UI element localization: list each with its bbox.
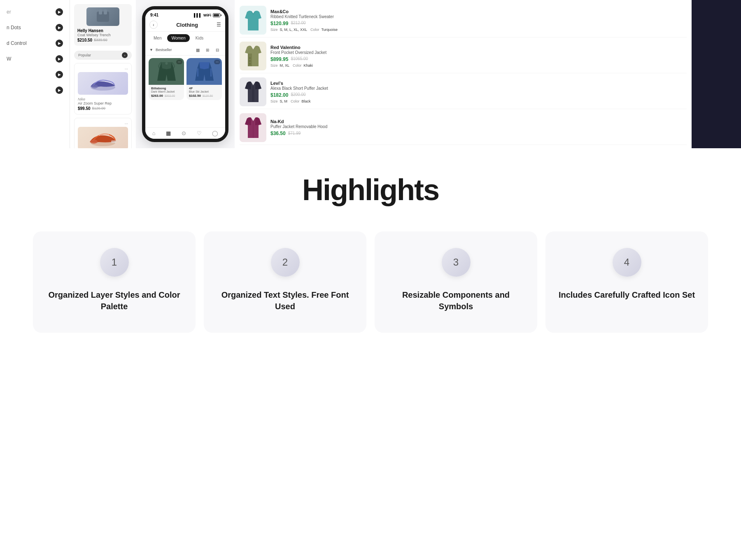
highlight-card-2: 2 Organized Text Styles. Free Font Used (204, 231, 366, 333)
nav-label-2: n Dots (7, 25, 21, 30)
cart-nav-icon[interactable]: ⊙ (182, 130, 186, 136)
product-card-nike-air[interactable]: ··· Nike Air Zoom Super Rep $99.50 $120.… (74, 63, 132, 114)
shop-nav-icon[interactable]: ▦ (166, 130, 171, 136)
filter-down-icon: ▼ (149, 48, 153, 52)
product-card-helly[interactable]: Helly Hansen Coat Welsey Trench $210.50 … (74, 4, 132, 46)
levis-price: $182.00 (270, 92, 288, 98)
far-right-panel (692, 0, 741, 148)
helly-brand: Helly Hansen (77, 28, 128, 33)
filter-label[interactable]: Bestseller (156, 48, 172, 52)
highlights-grid: 1 Organized Layer Styles and Color Palet… (33, 231, 708, 333)
nakd-price: $36.50 (270, 131, 286, 136)
nav-label-3: d Control (7, 40, 27, 46)
levis-jacket-icon (243, 79, 263, 104)
nav-item-1[interactable]: er ▶ (0, 4, 70, 20)
battery-icon (213, 13, 220, 17)
highlight-card-1: 1 Organized Layer Styles and Color Palet… (33, 231, 196, 333)
nav-item-5[interactable]: ▶ (0, 67, 70, 82)
svg-point-14 (249, 63, 251, 65)
nav-item-3[interactable]: d Control ▶ (0, 35, 70, 51)
billabong-price: $263.00 (151, 94, 163, 98)
phone-title: Clothing (176, 22, 198, 28)
nakd-jacket-icon (243, 115, 263, 140)
tab-kids[interactable]: Kids (191, 34, 207, 42)
menu-icon[interactable]: ☰ (217, 22, 221, 28)
nav-arrow-6[interactable]: ▶ (56, 86, 63, 94)
nav-item-6[interactable]: ▶ (0, 82, 70, 98)
phone-products-grid: ··· Billabong Dark Warm Jacket $263.00 $ (145, 56, 225, 103)
phone-nav-bar: ⌂ ▦ ⊙ ♡ ◯ (145, 127, 225, 139)
nav-arrow-5[interactable]: ▶ (56, 71, 63, 78)
phone-status-bar: 9:41 ▌▌▌ WiFi (145, 9, 225, 19)
svg-point-8 (165, 62, 168, 65)
maxco-name: Ribbed Knitted Turtleneck Sweater (270, 14, 687, 19)
svg-point-12 (249, 57, 251, 59)
nike-air-price: $99.50 (78, 106, 91, 111)
wishlist-nav-icon[interactable]: ♡ (197, 130, 202, 136)
tab-men[interactable]: Men (149, 34, 165, 42)
list-item-valentino[interactable]: Red Valentino Front Pocket Oversized Jac… (240, 39, 687, 73)
grid-icon[interactable]: ⊟ (214, 46, 221, 54)
back-button[interactable]: ‹ (149, 21, 158, 29)
phone-mockup: 9:41 ▌▌▌ WiFi ‹ Clothing ☰ Men Women Kid… (142, 6, 228, 142)
phone-tabs: Men Women Kids (145, 32, 225, 44)
nakd-img (240, 113, 266, 142)
billabong-old-price: $302.00 (165, 94, 175, 97)
4f-old-price: $120.50 (203, 94, 213, 97)
helly-price: $210.50 (77, 38, 92, 42)
highlights-title: Highlights (33, 173, 708, 207)
levis-img (240, 77, 266, 106)
maxco-price: $120.99 (270, 21, 288, 26)
nav-arrow-1[interactable]: ▶ (56, 8, 63, 16)
bottom-padding (0, 366, 741, 448)
top-section: er ▶ n Dots ▶ d Control ▶ W ▶ ▶ ▶ (0, 0, 741, 148)
product-card-nike-zreak[interactable]: ··· ke oom Zreak Rising Stars $130.00 $1… (74, 118, 132, 148)
highlight-number-2: 2 (271, 248, 300, 277)
sliders-icon[interactable]: ⊞ (204, 46, 211, 54)
4f-dots-menu[interactable]: ··· (214, 60, 220, 64)
valentino-sizes: Size M, XL (270, 63, 289, 68)
nav-arrow-3[interactable]: ▶ (56, 40, 63, 47)
highlights-section: Highlights 1 Organized Layer Styles and … (0, 148, 741, 366)
popular-button[interactable]: Popular › (74, 51, 132, 60)
phone-product-4f[interactable]: ··· 4F Blue Ski Jacket $102.50 $120.50 (186, 58, 222, 100)
filter-icons-group: ▦ ⊞ ⊟ (194, 46, 221, 54)
nike-air-brand-logo: Nike (78, 97, 128, 101)
home-nav-icon[interactable]: ⌂ (152, 130, 156, 136)
svg-rect-15 (252, 86, 254, 102)
nav-item-2[interactable]: n Dots ▶ (0, 20, 70, 35)
profile-nav-icon[interactable]: ◯ (212, 130, 218, 136)
list-item-levis[interactable]: Levi's Alexa Black Short Puffer Jacket $… (240, 75, 687, 109)
highlight-text-1: Organized Layer Styles and Color Palette (45, 289, 183, 312)
nav-label-4: W (7, 56, 11, 62)
valentino-brand: Red Valentino (270, 45, 687, 50)
phone-product-billabong[interactable]: ··· Billabong Dark Warm Jacket $263.00 $ (149, 58, 184, 100)
list-item-maxco[interactable]: Max&Co Ribbed Knitted Turtleneck Sweater… (240, 3, 687, 37)
nav-arrow-2[interactable]: ▶ (56, 24, 63, 31)
4f-img: ··· (186, 58, 222, 85)
nav-arrow-4[interactable]: ▶ (56, 55, 63, 63)
maxco-old-price: $212.00 (291, 21, 305, 25)
nakd-old-price: $71.99 (288, 131, 301, 135)
billabong-img: ··· (149, 58, 184, 85)
tab-women[interactable]: Women (167, 34, 189, 42)
bar-chart-icon[interactable]: ▦ (194, 46, 201, 54)
left-nav-panel: er ▶ n Dots ▶ d Control ▶ W ▶ ▶ ▶ (0, 0, 70, 148)
4f-brand: 4F (189, 86, 219, 90)
valentino-price: $899.95 (270, 56, 288, 62)
wifi-icon: WiFi (203, 13, 211, 17)
valentino-name: Front Pocket Oversized Jacket (270, 50, 687, 55)
nike-zreak-menu: ··· (125, 121, 128, 126)
highlight-number-1: 1 (100, 248, 129, 277)
4f-jacket-icon (193, 60, 216, 83)
maxco-color: Color Turquoise (310, 28, 338, 32)
list-item-nakd[interactable]: Na-Kd Puffer Jacket Removable Hood $36.5… (240, 111, 687, 145)
billabong-dots-menu[interactable]: ··· (176, 60, 182, 64)
helly-old-price: $339.50 (94, 38, 107, 42)
right-product-list: Max&Co Ribbed Knitted Turtleneck Sweater… (235, 0, 692, 148)
helly-name: Coat Welsey Trench (77, 33, 128, 37)
valentino-img (240, 42, 266, 70)
highlight-card-4: 4 Includes Carefully Crafted Icon Set (545, 231, 708, 333)
nav-item-4[interactable]: W ▶ (0, 51, 70, 67)
svg-rect-7 (111, 140, 116, 143)
